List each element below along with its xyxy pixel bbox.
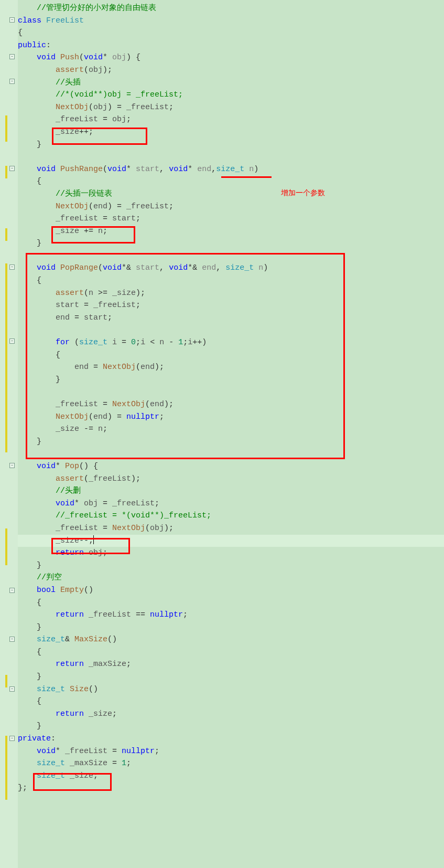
code-line[interactable]: { bbox=[18, 646, 444, 659]
fold-toggle[interactable]: - bbox=[9, 637, 15, 642]
code-line[interactable]: size_t& MaxSize() bbox=[18, 633, 444, 646]
code-line[interactable]: { bbox=[18, 274, 444, 287]
code-line[interactable]: //管理切分好的小对象的自由链表 bbox=[18, 2, 444, 15]
code-line[interactable]: { bbox=[18, 695, 444, 708]
code-line[interactable]: //*(void**)obj = _freeList; bbox=[18, 89, 444, 101]
code-line[interactable]: void* Pop() { bbox=[18, 460, 444, 473]
code-line[interactable]: end = NextObj(end); bbox=[18, 361, 444, 374]
code-line[interactable]: } bbox=[18, 237, 444, 250]
code-line[interactable]: } bbox=[18, 139, 444, 151]
change-marker bbox=[5, 675, 7, 687]
code-line[interactable]: size_t _size; bbox=[18, 770, 444, 782]
code-line[interactable]: _freeList = obj; bbox=[18, 113, 444, 126]
code-line[interactable]: }; bbox=[18, 782, 444, 795]
code-line[interactable]: void* obj = _freeList; bbox=[18, 497, 444, 510]
code-line[interactable]: //头删 bbox=[18, 485, 444, 497]
code-line[interactable]: _size--; bbox=[18, 535, 444, 547]
code-line[interactable]: //头插一段链表 bbox=[18, 188, 444, 200]
code-line[interactable] bbox=[18, 386, 444, 398]
code-line[interactable]: _freeList = NextObj(end); bbox=[18, 398, 444, 411]
fold-toggle[interactable]: - bbox=[9, 54, 15, 59]
code-line[interactable]: //判空 bbox=[18, 571, 444, 584]
code-line[interactable]: void* _freeList = nullptr; bbox=[18, 745, 444, 758]
code-line[interactable] bbox=[18, 448, 444, 460]
code-line[interactable]: private: bbox=[18, 733, 444, 745]
code-line[interactable]: _freeList = start; bbox=[18, 213, 444, 225]
change-marker bbox=[5, 263, 7, 452]
code-gutter: ----------- bbox=[0, 0, 18, 795]
code-line[interactable]: assert(_freeList); bbox=[18, 473, 444, 485]
code-line[interactable]: NextObj(obj) = _freeList; bbox=[18, 101, 444, 114]
text-annotation: 增加一个参数 bbox=[281, 187, 325, 199]
change-marker bbox=[5, 166, 7, 178]
fold-toggle[interactable]: - bbox=[9, 463, 15, 468]
code-line[interactable] bbox=[18, 324, 444, 336]
fold-toggle[interactable]: - bbox=[9, 166, 15, 171]
code-line[interactable]: _size -= n; bbox=[18, 423, 444, 436]
code-line[interactable]: { bbox=[18, 27, 444, 39]
code-line[interactable]: } bbox=[18, 720, 444, 733]
code-area[interactable]: //管理切分好的小对象的自由链表class FreeList{public: v… bbox=[18, 2, 444, 795]
fold-toggle[interactable]: - bbox=[9, 736, 15, 741]
code-line[interactable]: } bbox=[18, 559, 444, 572]
code-line[interactable]: void PopRange(void*& start, void*& end, … bbox=[18, 262, 444, 274]
change-marker bbox=[5, 528, 7, 565]
code-line[interactable]: return _maxSize; bbox=[18, 658, 444, 671]
code-line[interactable]: { bbox=[18, 597, 444, 609]
code-line[interactable]: } bbox=[18, 671, 444, 683]
code-line[interactable]: start = _freeList; bbox=[18, 299, 444, 312]
fold-toggle[interactable]: - bbox=[9, 686, 15, 692]
code-line[interactable]: void Push(void* obj) { bbox=[18, 51, 444, 64]
code-line[interactable]: NextObj(end) = nullptr; bbox=[18, 411, 444, 424]
code-line[interactable] bbox=[18, 151, 444, 163]
code-line[interactable]: return _size; bbox=[18, 708, 444, 721]
code-line[interactable]: _size++; bbox=[18, 126, 444, 139]
code-line[interactable]: _freeList = NextObj(obj); bbox=[18, 522, 444, 535]
fold-toggle[interactable]: - bbox=[9, 17, 15, 23]
code-line[interactable]: //_freeList = *(void**)_freeList; bbox=[18, 510, 444, 522]
code-line[interactable]: bool Empty() bbox=[18, 584, 444, 597]
change-marker bbox=[5, 115, 7, 142]
change-marker bbox=[5, 774, 7, 795]
code-line[interactable]: size_t Size() bbox=[18, 683, 444, 696]
code-line[interactable]: size_t _maxSize = 1; bbox=[18, 757, 444, 770]
fold-toggle[interactable]: - bbox=[9, 264, 15, 270]
code-line[interactable]: assert(n >= _size); bbox=[18, 287, 444, 300]
code-line[interactable]: } bbox=[18, 621, 444, 634]
code-line[interactable]: return obj; bbox=[18, 547, 444, 559]
code-line[interactable]: } bbox=[18, 436, 444, 448]
code-line[interactable]: assert(obj); bbox=[18, 64, 444, 77]
code-line[interactable]: NextObj(end) = _freeList; bbox=[18, 200, 444, 213]
code-line[interactable]: void PushRange(void* start, void* end,si… bbox=[18, 163, 444, 176]
change-marker bbox=[5, 228, 7, 241]
code-line[interactable]: _size += n; bbox=[18, 225, 444, 238]
code-line[interactable]: //头插 bbox=[18, 77, 444, 89]
code-line[interactable]: for (size_t i = 0;i < n - 1;i++) bbox=[18, 336, 444, 349]
code-line[interactable]: end = start; bbox=[18, 312, 444, 324]
code-line[interactable] bbox=[18, 250, 444, 262]
code-line[interactable]: class FreeList bbox=[18, 15, 444, 27]
fold-toggle[interactable]: - bbox=[9, 338, 15, 344]
fold-toggle[interactable]: - bbox=[9, 79, 15, 84]
underline-annotation bbox=[221, 176, 272, 178]
fold-toggle[interactable]: - bbox=[9, 588, 15, 593]
code-line[interactable]: { bbox=[18, 349, 444, 362]
code-line[interactable]: } bbox=[18, 374, 444, 386]
code-line[interactable]: public: bbox=[18, 39, 444, 52]
code-line[interactable]: return _freeList == nullptr; bbox=[18, 609, 444, 621]
